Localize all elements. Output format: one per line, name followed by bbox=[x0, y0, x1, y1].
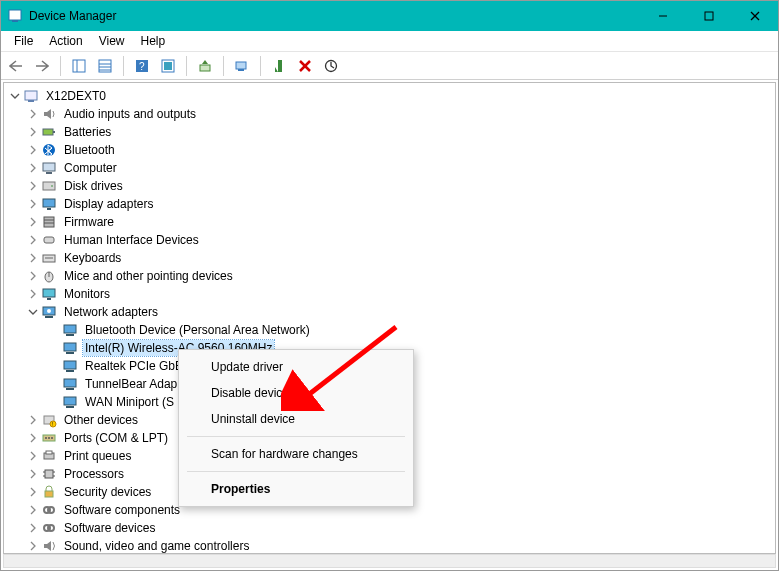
maximize-button[interactable] bbox=[686, 1, 732, 31]
tree-category-label: Other devices bbox=[62, 412, 140, 428]
expand-icon[interactable] bbox=[26, 233, 40, 247]
expand-icon[interactable] bbox=[26, 269, 40, 283]
expand-icon[interactable] bbox=[26, 197, 40, 211]
network-adapter-icon bbox=[62, 394, 78, 410]
expand-icon[interactable] bbox=[26, 521, 40, 535]
expand-icon[interactable] bbox=[26, 107, 40, 121]
expand-icon[interactable] bbox=[26, 287, 40, 301]
collapse-icon[interactable] bbox=[8, 89, 22, 103]
tree-category[interactable]: Sound, video and game controllers bbox=[4, 537, 775, 554]
ctx-scan-hardware[interactable]: Scan for hardware changes bbox=[179, 441, 413, 467]
tree-root[interactable]: X12DEXT0 bbox=[4, 87, 775, 105]
minimize-button[interactable] bbox=[640, 1, 686, 31]
expand-icon[interactable] bbox=[26, 503, 40, 517]
expand-icon[interactable] bbox=[26, 251, 40, 265]
toolbar-separator bbox=[260, 56, 261, 76]
tree-device-label: Bluetooth Device (Personal Area Network) bbox=[83, 322, 312, 338]
svg-point-62 bbox=[48, 437, 50, 439]
tree-category[interactable]: Display adapters bbox=[4, 195, 775, 213]
tree-category[interactable]: Firmware bbox=[4, 213, 775, 231]
tree-category[interactable]: Disk drives bbox=[4, 177, 775, 195]
bluetooth-icon bbox=[41, 142, 57, 158]
svg-rect-18 bbox=[238, 69, 244, 71]
svg-rect-28 bbox=[43, 163, 55, 171]
ctx-disable-device[interactable]: Disable device bbox=[179, 380, 413, 406]
collapse-icon[interactable] bbox=[26, 305, 40, 319]
hid-icon bbox=[41, 232, 57, 248]
tree-root-label: X12DEXT0 bbox=[44, 88, 108, 104]
tree-category-label: Software devices bbox=[62, 520, 157, 536]
expand-icon[interactable] bbox=[26, 413, 40, 427]
svg-rect-23 bbox=[25, 91, 37, 100]
svg-rect-15 bbox=[164, 62, 172, 70]
tree-category-label: Mice and other pointing devices bbox=[62, 268, 235, 284]
printer-icon bbox=[41, 448, 57, 464]
toolbar-separator bbox=[186, 56, 187, 76]
svg-rect-30 bbox=[43, 182, 55, 190]
expand-icon[interactable] bbox=[26, 161, 40, 175]
properties-button[interactable] bbox=[94, 55, 116, 77]
network-adapter-icon bbox=[62, 376, 78, 392]
action-button[interactable] bbox=[157, 55, 179, 77]
expand-icon[interactable] bbox=[26, 143, 40, 157]
tree-category[interactable]: Computer bbox=[4, 159, 775, 177]
svg-point-61 bbox=[45, 437, 47, 439]
enable-device-button[interactable] bbox=[268, 55, 290, 77]
app-icon bbox=[7, 8, 23, 24]
ctx-update-driver[interactable]: Update driver bbox=[179, 354, 413, 380]
horizontal-scrollbar[interactable] bbox=[3, 554, 776, 568]
scan-hardware-button[interactable] bbox=[231, 55, 253, 77]
tree-category-label: Ports (COM & LPT) bbox=[62, 430, 170, 446]
expand-icon[interactable] bbox=[26, 125, 40, 139]
show-hide-tree-button[interactable] bbox=[68, 55, 90, 77]
close-button[interactable] bbox=[732, 1, 778, 31]
expand-icon[interactable] bbox=[26, 467, 40, 481]
expand-icon[interactable] bbox=[26, 539, 40, 553]
keyboard-icon bbox=[41, 250, 57, 266]
tree-category-label: Software components bbox=[62, 502, 182, 518]
tree-category[interactable]: Network adapters bbox=[4, 303, 775, 321]
menu-file[interactable]: File bbox=[6, 32, 41, 50]
tree-device[interactable]: Bluetooth Device (Personal Area Network) bbox=[4, 321, 775, 339]
uninstall-device-button[interactable] bbox=[294, 55, 316, 77]
toolbar-separator bbox=[123, 56, 124, 76]
computer-icon bbox=[41, 160, 57, 176]
tree-category[interactable]: Audio inputs and outputs bbox=[4, 105, 775, 123]
tree-category[interactable]: Monitors bbox=[4, 285, 775, 303]
tree-category-label: Disk drives bbox=[62, 178, 125, 194]
svg-rect-45 bbox=[45, 316, 53, 318]
tree-device-label: WAN Miniport (S bbox=[83, 394, 176, 410]
ctx-properties[interactable]: Properties bbox=[179, 476, 413, 502]
tree-category[interactable]: Software devices bbox=[4, 519, 775, 537]
tree-category[interactable]: Human Interface Devices bbox=[4, 231, 775, 249]
net-icon bbox=[41, 304, 57, 320]
expand-icon[interactable] bbox=[26, 449, 40, 463]
tree-category[interactable]: Keyboards bbox=[4, 249, 775, 267]
expand-icon[interactable] bbox=[26, 485, 40, 499]
swcomp-icon bbox=[41, 502, 57, 518]
toolbar: ? bbox=[1, 52, 778, 80]
ctx-uninstall-device[interactable]: Uninstall device bbox=[179, 406, 413, 432]
expand-icon[interactable] bbox=[26, 179, 40, 193]
svg-rect-6 bbox=[73, 60, 85, 72]
menu-help[interactable]: Help bbox=[133, 32, 174, 50]
tree-category[interactable]: Batteries bbox=[4, 123, 775, 141]
tree-device-label: TunnelBear Adap bbox=[83, 376, 179, 392]
tree-category-label: Audio inputs and outputs bbox=[62, 106, 198, 122]
help-button[interactable]: ? bbox=[131, 55, 153, 77]
tree-category-label: Display adapters bbox=[62, 196, 155, 212]
menu-view[interactable]: View bbox=[91, 32, 133, 50]
tree-category[interactable]: Bluetooth bbox=[4, 141, 775, 159]
expand-icon[interactable] bbox=[26, 215, 40, 229]
update-driver-button[interactable] bbox=[194, 55, 216, 77]
menu-action[interactable]: Action bbox=[41, 32, 90, 50]
expand-icon[interactable] bbox=[26, 431, 40, 445]
tree-category-label: Print queues bbox=[62, 448, 133, 464]
forward-button[interactable] bbox=[31, 55, 53, 77]
disable-device-button[interactable] bbox=[320, 55, 342, 77]
toolbar-separator bbox=[60, 56, 61, 76]
back-button[interactable] bbox=[5, 55, 27, 77]
tree-category[interactable]: Mice and other pointing devices bbox=[4, 267, 775, 285]
monitor-icon bbox=[41, 286, 57, 302]
network-adapter-icon bbox=[62, 322, 78, 338]
